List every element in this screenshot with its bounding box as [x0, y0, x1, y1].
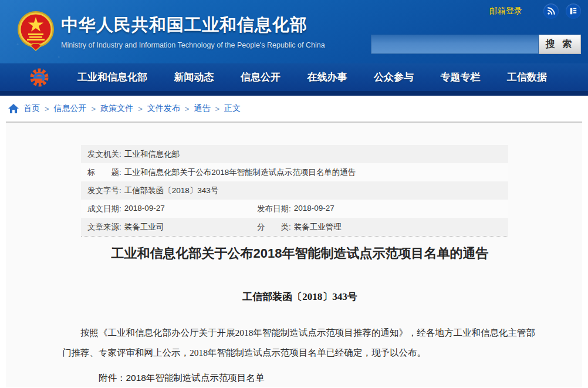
nav-item-online-services[interactable]: 在线办事: [307, 70, 347, 84]
attachment-link[interactable]: 2018年智能制造试点示范项目名单: [126, 373, 265, 383]
news-icon[interactable]: [566, 4, 581, 19]
main-nav: 工业和信息化部 新闻动态 信息公开 在线办事 公众参与 专题专栏 工信数据: [0, 63, 588, 96]
breadcrumb-current-article: 正文: [224, 103, 241, 114]
meta-label: 发文字号:: [87, 185, 121, 196]
site-subtitle-en: Ministry of Industry and Information Tec…: [61, 41, 325, 49]
nav-item-public-participation[interactable]: 公众参与: [374, 70, 414, 84]
nav-item-miit-data[interactable]: 工信数据: [507, 70, 547, 84]
miit-gear-logo-icon[interactable]: [29, 68, 49, 87]
breadcrumb-home[interactable]: 首页: [23, 103, 40, 114]
breadcrumb-separator: >: [185, 104, 190, 113]
meta-row-issuing-agency: 发文机关: 工业和信息化部: [81, 145, 508, 163]
nav-item-miit[interactable]: 工业和信息化部: [77, 70, 147, 84]
nav-item-info-disclosure[interactable]: 信息公开: [241, 70, 281, 84]
nav-item-special-topics[interactable]: 专题专栏: [441, 70, 481, 84]
breadcrumb-separator: >: [215, 104, 219, 113]
breadcrumb-info-disclosure[interactable]: 信息公开: [54, 103, 87, 114]
meta-label: 发文机关:: [87, 149, 121, 160]
nav-items: 工业和信息化部 新闻动态 信息公开 在线办事 公众参与 专题专栏 工信数据: [77, 70, 547, 84]
search-box: 搜 索: [371, 35, 581, 54]
site-logo-block[interactable]: 中华人民共和国工业和信息化部 Ministry of Industry and …: [16, 9, 325, 53]
meta-value: 工业和信息化部关于公布2018年智能制造试点示范项目名单的通告: [124, 167, 356, 178]
breadcrumb-separator: >: [138, 104, 143, 113]
article-title: 工业和信息化部关于公布2018年智能制造试点示范项目名单的通告: [62, 245, 538, 262]
meta-label: 文章来源:: [87, 222, 121, 232]
breadcrumb-document-release[interactable]: 文件发布: [147, 103, 180, 114]
meta-value: 2018-09-27: [294, 204, 334, 214]
search-button[interactable]: 搜 索: [539, 35, 581, 54]
article-paragraph: 按照《工业和信息化部办公厅关于开展2018年智能制造试点示范项目推荐的通知》，经…: [62, 323, 538, 363]
breadcrumb-separator: >: [45, 104, 49, 113]
article: 工业和信息化部关于公布2018年智能制造试点示范项目名单的通告 工信部装函〔20…: [62, 245, 538, 384]
search-input[interactable]: [371, 35, 539, 54]
meta-row-source-category: 文章来源: 装备工业司 分 类: 装备工业管理: [81, 218, 508, 236]
breadcrumb: 首页 > 信息公开 > 政策文件 > 文件发布 > 通告 > 正文: [0, 96, 588, 122]
nav-item-news[interactable]: 新闻动态: [174, 70, 214, 84]
meta-label: 成文日期:: [87, 204, 121, 214]
meta-row-title: 标 题: 工业和信息化部关于公布2018年智能制造试点示范项目名单的通告: [81, 163, 508, 181]
attachment-line: 附件：2018年智能制造试点示范项目名单: [62, 372, 538, 384]
breadcrumb-separator: >: [92, 104, 96, 113]
mail-login-link[interactable]: 邮箱登录: [489, 6, 522, 16]
site-title: 中华人民共和国工业和信息化部: [61, 14, 325, 37]
article-doc-number: 工信部装函〔2018〕343号: [62, 290, 538, 303]
meta-row-dates: 成文日期: 2018-09-27 发布日期: 2018-09-27: [81, 200, 508, 218]
national-emblem-icon: [16, 9, 55, 53]
content-panel: 发文机关: 工业和信息化部 标 题: 工业和信息化部关于公布2018年智能制造试…: [6, 122, 582, 387]
meta-label: 发布日期:: [257, 204, 291, 214]
meta-row-doc-number: 发文字号: 工信部装函〔2018〕343号: [81, 181, 508, 200]
topbar: 邮箱登录: [489, 4, 581, 19]
meta-label: 分 类:: [257, 222, 291, 232]
meta-value: 装备工业管理: [294, 222, 342, 232]
meta-value: 工业和信息化部: [124, 149, 180, 160]
document-meta-table: 发文机关: 工业和信息化部 标 题: 工业和信息化部关于公布2018年智能制造试…: [81, 145, 508, 237]
meta-label: 标 题:: [87, 167, 121, 178]
meta-value: 2018-09-27: [124, 204, 165, 214]
site-header: 中华人民共和国工业和信息化部 Ministry of Industry and …: [0, 0, 588, 63]
breadcrumb-notices[interactable]: 通告: [194, 103, 210, 114]
meta-value: 装备工业司: [124, 222, 164, 232]
home-icon[interactable]: [8, 104, 19, 113]
meta-value: 工信部装函〔2018〕343号: [124, 185, 219, 196]
rss-icon[interactable]: [543, 4, 559, 19]
breadcrumb-policy-documents[interactable]: 政策文件: [100, 103, 133, 114]
attachment-label: 附件：: [99, 373, 126, 383]
